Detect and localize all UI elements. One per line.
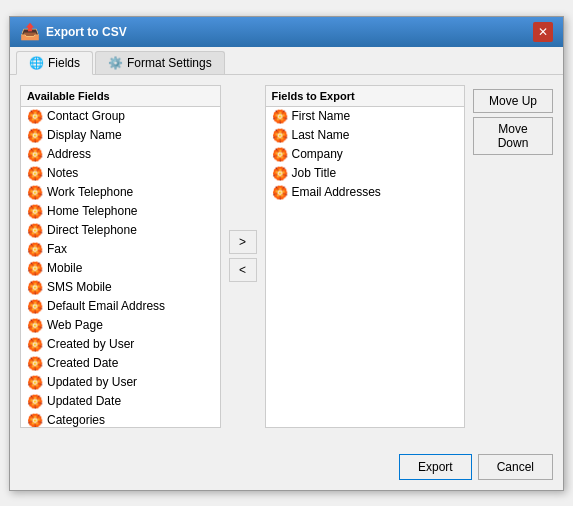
field-icon: 🏵️ [27,318,43,333]
field-label: Mobile [47,261,82,275]
available-field-item[interactable]: 🏵️Contact Group [21,107,220,126]
field-icon: 🏵️ [27,394,43,409]
fields-to-export-header: Fields to Export [266,86,465,107]
available-fields-list[interactable]: 🏵️Contact Group🏵️Display Name🏵️Address🏵️… [21,107,220,427]
field-label: Updated Date [47,394,121,408]
field-label: Fax [47,242,67,256]
field-label: Email Addresses [292,185,381,199]
field-icon: 🏵️ [272,185,288,200]
field-label: Address [47,147,91,161]
field-icon: 🏵️ [27,242,43,257]
title-icon: 📤 [20,22,40,41]
footer: Export Cancel [10,448,563,490]
dialog-title: Export to CSV [46,25,127,39]
field-icon: 🏵️ [272,166,288,181]
fields-tab-icon: 🌐 [29,56,44,70]
tab-format-settings[interactable]: ⚙️ Format Settings [95,51,225,74]
field-icon: 🏵️ [27,299,43,314]
available-field-item[interactable]: 🏵️Home Telephone [21,202,220,221]
title-bar-left: 📤 Export to CSV [20,22,127,41]
field-label: Work Telephone [47,185,133,199]
available-field-item[interactable]: 🏵️Address [21,145,220,164]
content-area: Available Fields 🏵️Contact Group🏵️Displa… [10,75,563,448]
available-field-item[interactable]: 🏵️Notes [21,164,220,183]
fields-tab-label: Fields [48,56,80,70]
field-label: Direct Telephone [47,223,137,237]
available-field-item[interactable]: 🏵️Default Email Address [21,297,220,316]
available-field-item[interactable]: 🏵️Fax [21,240,220,259]
field-label: Created Date [47,356,118,370]
available-field-item[interactable]: 🏵️Direct Telephone [21,221,220,240]
field-label: Default Email Address [47,299,165,313]
available-field-item[interactable]: 🏵️Updated by User [21,373,220,392]
field-icon: 🏵️ [27,280,43,295]
field-label: First Name [292,109,351,123]
field-label: Home Telephone [47,204,138,218]
field-icon: 🏵️ [27,147,43,162]
middle-controls: > < [229,85,257,428]
title-bar: 📤 Export to CSV ✕ [10,17,563,47]
export-button[interactable]: Export [399,454,472,480]
export-field-item[interactable]: 🏵️Company [266,145,465,164]
field-label: Contact Group [47,109,125,123]
available-field-item[interactable]: 🏵️Work Telephone [21,183,220,202]
export-field-item[interactable]: 🏵️Job Title [266,164,465,183]
cancel-button[interactable]: Cancel [478,454,553,480]
export-field-item[interactable]: 🏵️Email Addresses [266,183,465,202]
field-icon: 🏵️ [27,204,43,219]
field-icon: 🏵️ [272,147,288,162]
available-field-item[interactable]: 🏵️Updated Date [21,392,220,411]
available-fields-header: Available Fields [21,86,220,107]
field-icon: 🏵️ [27,413,43,427]
move-up-button[interactable]: Move Up [473,89,553,113]
field-icon: 🏵️ [272,109,288,124]
fields-to-export-panel: Fields to Export 🏵️First Name🏵️Last Name… [265,85,466,428]
field-label: Created by User [47,337,134,351]
available-field-item[interactable]: 🏵️Mobile [21,259,220,278]
field-icon: 🏵️ [27,356,43,371]
main-row: Available Fields 🏵️Contact Group🏵️Displa… [20,85,553,428]
field-icon: 🏵️ [27,337,43,352]
field-label: Last Name [292,128,350,142]
field-icon: 🏵️ [27,185,43,200]
export-field-item[interactable]: 🏵️Last Name [266,126,465,145]
field-icon: 🏵️ [27,128,43,143]
field-label: Web Page [47,318,103,332]
close-button[interactable]: ✕ [533,22,553,42]
tab-bar: 🌐 Fields ⚙️ Format Settings [10,47,563,75]
export-csv-dialog: 📤 Export to CSV ✕ 🌐 Fields ⚙️ Format Set… [9,16,564,491]
fields-to-export-list[interactable]: 🏵️First Name🏵️Last Name🏵️Company🏵️Job Ti… [266,107,465,427]
available-field-item[interactable]: 🏵️Categories [21,411,220,427]
field-label: Categories [47,413,105,427]
available-fields-panel: Available Fields 🏵️Contact Group🏵️Displa… [20,85,221,428]
field-label: Updated by User [47,375,137,389]
format-settings-tab-label: Format Settings [127,56,212,70]
field-label: Display Name [47,128,122,142]
tab-fields[interactable]: 🌐 Fields [16,51,93,75]
field-icon: 🏵️ [27,261,43,276]
field-label: Job Title [292,166,337,180]
export-field-item[interactable]: 🏵️First Name [266,107,465,126]
available-field-item[interactable]: 🏵️Display Name [21,126,220,145]
available-field-item[interactable]: 🏵️SMS Mobile [21,278,220,297]
remove-field-button[interactable]: < [229,258,257,282]
field-label: SMS Mobile [47,280,112,294]
available-field-item[interactable]: 🏵️Created by User [21,335,220,354]
move-down-button[interactable]: Move Down [473,117,553,155]
field-icon: 🏵️ [27,109,43,124]
field-icon: 🏵️ [27,375,43,390]
field-icon: 🏵️ [27,223,43,238]
right-controls: Move Up Move Down [473,85,553,428]
field-icon: 🏵️ [272,128,288,143]
available-field-item[interactable]: 🏵️Created Date [21,354,220,373]
format-settings-tab-icon: ⚙️ [108,56,123,70]
field-label: Company [292,147,343,161]
add-field-button[interactable]: > [229,230,257,254]
field-label: Notes [47,166,78,180]
field-icon: 🏵️ [27,166,43,181]
available-field-item[interactable]: 🏵️Web Page [21,316,220,335]
